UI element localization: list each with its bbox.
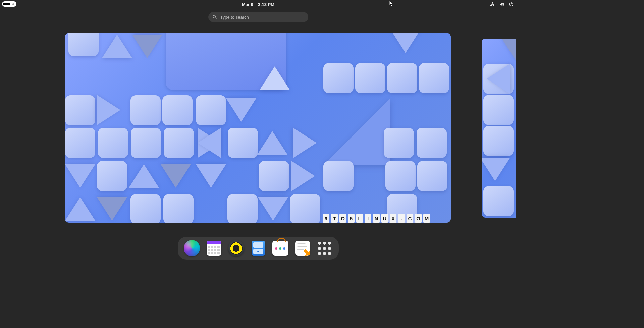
dock-app-web-browser[interactable] [184, 240, 200, 256]
calendar-icon [207, 241, 221, 256]
watermark: 9TO5LINUX.COM [323, 214, 430, 223]
top-bar: Mar 9 3:12 PM [0, 0, 516, 9]
dock-app-files[interactable] [250, 240, 266, 256]
network-wired-icon [490, 2, 495, 7]
workspace-indicator-dot [12, 3, 14, 5]
dash [178, 237, 339, 260]
app-grid-icon [318, 242, 331, 255]
workspace-indicator-active [3, 3, 10, 5]
activities-pill[interactable] [2, 1, 16, 7]
dock-app-music[interactable] [228, 240, 244, 256]
workspace-thumbnail-2[interactable] [482, 39, 516, 218]
dock-app-software[interactable] [272, 240, 288, 256]
wallpaper [65, 33, 451, 223]
software-icon [272, 241, 288, 256]
dock-app-text-editor[interactable] [294, 240, 311, 256]
dock-app-calendar[interactable] [206, 240, 222, 256]
search-icon [212, 15, 217, 19]
search-input[interactable] [220, 15, 304, 20]
system-status-area[interactable] [490, 0, 514, 9]
clock-button[interactable]: Mar 9 3:12 PM [242, 2, 274, 7]
svg-rect-1 [490, 5, 491, 6]
workspace-thumbnail-1[interactable]: 9TO5LINUX.COM [65, 33, 451, 223]
volume-icon [499, 2, 504, 7]
svg-rect-0 [492, 2, 493, 3]
power-icon [509, 2, 514, 7]
svg-point-4 [213, 15, 215, 18]
text-editor-icon [295, 241, 310, 256]
date-label: Mar 9 [242, 2, 253, 7]
web-browser-icon [184, 240, 200, 256]
wallpaper [482, 39, 516, 218]
dock-show-applications[interactable] [317, 240, 333, 256]
svg-rect-2 [493, 5, 494, 6]
overview-search[interactable] [208, 12, 308, 22]
music-icon [228, 240, 244, 256]
files-icon [252, 241, 265, 256]
time-label: 3:12 PM [258, 2, 274, 7]
